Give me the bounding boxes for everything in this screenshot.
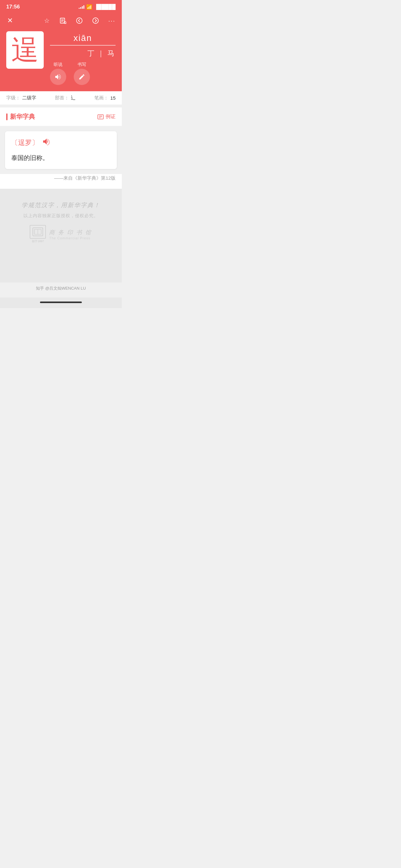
bookmark-button[interactable]: ☆ <box>42 16 52 26</box>
level-label: 字级： <box>6 95 20 101</box>
radical-value: 辶 <box>71 95 75 101</box>
svg-point-6 <box>76 18 82 24</box>
info-bar: 字级： 二级字 部首： 辶 笔画： 15 <box>0 91 122 105</box>
svg-point-7 <box>93 18 98 24</box>
status-time: 17:56 <box>6 4 20 10</box>
radical-label: 部首： <box>55 95 69 101</box>
toolbar-right: ☆ ··· <box>42 16 117 26</box>
stroke-order: 丁 ｜ 马 <box>50 49 115 58</box>
close-button[interactable]: ✕ <box>5 16 15 26</box>
character-info: xiān 丁 ｜ 马 听说 书写 <box>50 31 115 85</box>
svg-line-5 <box>66 24 67 24</box>
more-button[interactable]: ··· <box>107 16 117 26</box>
section-red-bar <box>6 114 7 120</box>
zhihu-text: 知乎 @吕文灿WENCAN LU <box>36 286 86 290</box>
status-icons: 📶 ▐█████ <box>79 4 115 10</box>
section-header: 新华字典 例证 <box>0 107 122 126</box>
signal-icon <box>79 5 84 9</box>
audio-buttons: 听说 书写 <box>50 62 115 85</box>
character-display: 逞 <box>11 36 39 64</box>
publisher-year: 创于1897 <box>32 239 44 243</box>
example-button[interactable]: 例证 <box>97 114 115 120</box>
section-title-wrap: 新华字典 <box>6 113 35 121</box>
status-bar: 17:56 📶 ▐█████ <box>0 0 122 14</box>
pinyin-line: xiān <box>50 33 115 45</box>
watermark-copyright: 以上内容独家正版授权，侵权必究。 <box>24 213 98 219</box>
watermark-publisher: 创于1897 商 务 印 书 馆 The Commercial Press <box>30 225 92 243</box>
strokes-info: 笔画： 15 <box>94 95 115 101</box>
watermark-area: 学规范汉字，用新华字典！ 以上内容独家正版授权，侵权必究。 创于1897 商 务… <box>0 189 122 282</box>
home-bar <box>40 302 82 303</box>
definition-word-text: 〔逞罗〕 <box>11 138 39 148</box>
strokes-label: 笔画： <box>94 95 108 101</box>
level-value: 二级字 <box>22 95 36 101</box>
definition-text: 泰国的旧称。 <box>11 153 110 163</box>
wifi-icon: 📶 <box>86 4 93 10</box>
toolbar-left: ✕ <box>5 16 15 26</box>
definition-word-row: 〔逞罗〕 <box>11 137 110 148</box>
listen-label: 听说 <box>54 62 63 67</box>
watermark-slogan: 学规范汉字，用新华字典！ <box>22 201 100 209</box>
character-header: 逞 xiān 丁 ｜ 马 听说 书写 <box>0 28 122 91</box>
section-title: 新华字典 <box>10 113 35 121</box>
listen-button-wrap: 听说 <box>50 62 66 85</box>
pinyin-text: xiān <box>50 33 115 43</box>
write-button[interactable] <box>74 69 90 85</box>
back-button[interactable] <box>74 16 84 26</box>
forward-button[interactable] <box>91 16 101 26</box>
listen-button[interactable] <box>50 69 66 85</box>
source-text: ——来自《新华字典》第12版 <box>0 174 122 189</box>
definition-card: 〔逞罗〕 泰国的旧称。 <box>5 131 117 169</box>
toolbar: ✕ ☆ ··· <box>0 14 122 28</box>
zhihu-bar: 知乎 @吕文灿WENCAN LU <box>0 282 122 298</box>
example-label: 例证 <box>106 114 115 120</box>
publisher-logo <box>30 225 46 239</box>
publisher-sub: The Commercial Press <box>49 236 90 240</box>
search-button[interactable] <box>58 16 68 26</box>
write-label: 书写 <box>77 62 86 67</box>
publisher-name: 商 务 印 书 馆 <box>49 229 92 236</box>
character-box: 逞 <box>6 31 44 69</box>
definition-speaker-button[interactable] <box>42 137 51 148</box>
strokes-value: 15 <box>110 95 115 101</box>
home-indicator <box>0 298 122 308</box>
write-button-wrap: 书写 <box>74 62 90 85</box>
svg-point-4 <box>64 22 66 24</box>
level-info: 字级： 二级字 <box>6 95 36 101</box>
radical-info: 部首： 辶 <box>55 95 75 101</box>
battery-icon: ▐█████ <box>94 4 115 10</box>
